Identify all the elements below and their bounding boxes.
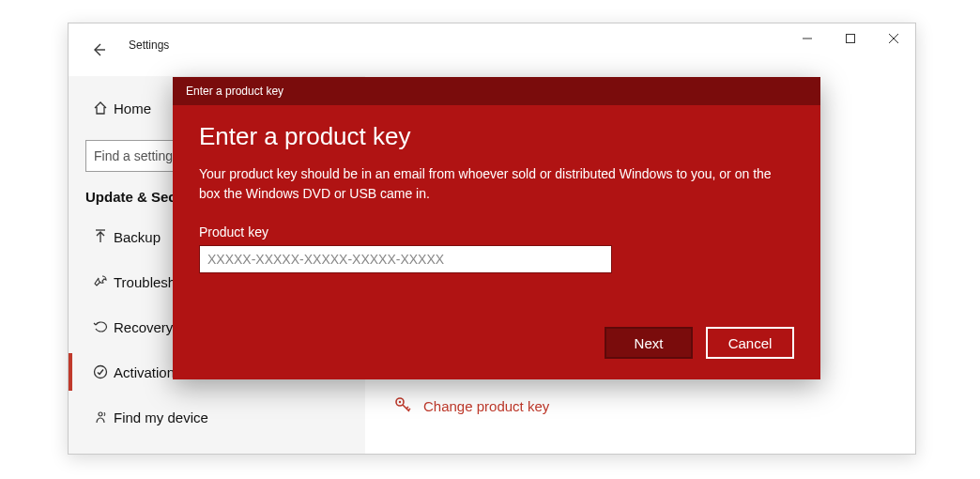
recovery-icon	[87, 319, 114, 334]
sidebar-item-label: Recovery	[114, 319, 173, 335]
svg-point-6	[95, 366, 107, 379]
svg-point-7	[99, 412, 102, 416]
svg-rect-1	[847, 35, 855, 43]
sidebar-item-label: Activation	[114, 364, 175, 380]
sidebar-item-label: Find my device	[114, 409, 208, 425]
find-device-icon	[87, 409, 114, 425]
home-icon	[87, 100, 114, 116]
product-key-input[interactable]	[199, 245, 612, 273]
window-title: Settings	[129, 39, 169, 52]
dialog-description: Your product key should be in an email f…	[199, 164, 781, 204]
svg-point-9	[399, 401, 401, 403]
window-close-button[interactable]	[872, 23, 915, 54]
window-maximize-button[interactable]	[829, 23, 872, 54]
sidebar-home-label: Home	[114, 100, 151, 116]
next-button-label: Next	[635, 335, 664, 351]
dialog-heading: Enter a product key	[199, 122, 794, 151]
window-minimize-button[interactable]	[786, 23, 829, 54]
cancel-button[interactable]: Cancel	[706, 327, 794, 359]
next-button[interactable]: Next	[605, 327, 693, 359]
window-titlebar	[69, 23, 915, 54]
product-key-field-label: Product key	[199, 224, 794, 240]
key-icon	[393, 395, 412, 417]
sidebar-item-find-my-device[interactable]: Find my device	[69, 394, 365, 440]
dialog-titlebar-text: Enter a product key	[186, 85, 283, 98]
sidebar-item-label: Backup	[114, 229, 161, 245]
dialog-titlebar: Enter a product key	[173, 77, 820, 105]
cancel-button-label: Cancel	[728, 335, 773, 351]
back-button[interactable]	[89, 40, 108, 59]
change-product-key-link[interactable]: Change product key	[393, 395, 549, 417]
change-product-key-label: Change product key	[423, 398, 549, 414]
search-placeholder: Find a setting	[94, 148, 173, 163]
activation-icon	[87, 364, 114, 379]
backup-icon	[87, 229, 114, 244]
product-key-dialog: Enter a product key Enter a product key …	[173, 77, 820, 379]
wrench-icon	[87, 274, 114, 289]
